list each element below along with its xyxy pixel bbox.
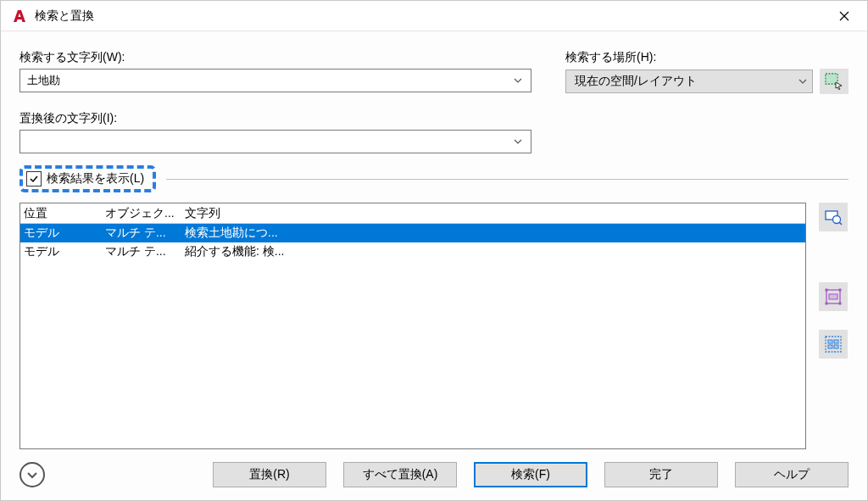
results-area: 位置 オブジェク... 文字列 モデルマルチ テ...検索土地勘につ...モデル…: [19, 203, 849, 449]
close-button[interactable]: [825, 1, 864, 31]
cell-location: モデル: [24, 225, 105, 241]
select-objects-button[interactable]: [820, 69, 849, 94]
find-combobox[interactable]: [19, 69, 531, 92]
show-results-row: 検索結果を表示(L): [19, 165, 849, 192]
header-string[interactable]: 文字列: [185, 206, 805, 221]
find-input[interactable]: [20, 70, 514, 92]
location-label: 検索する場所(H):: [565, 50, 849, 65]
separator-line: [166, 179, 849, 180]
header-location[interactable]: 位置: [24, 206, 105, 221]
replace-label: 置換後の文字列(I):: [19, 111, 531, 126]
show-results-highlight: 検索結果を表示(L): [19, 165, 156, 192]
svg-rect-11: [826, 337, 841, 352]
zoom-to-button[interactable]: [819, 203, 848, 231]
svg-line-4: [839, 222, 842, 225]
table-row[interactable]: モデルマルチ テ...検索土地勘につ...: [20, 224, 805, 242]
cell-location: モデル: [24, 244, 105, 259]
replace-button[interactable]: 置換(R): [213, 462, 326, 487]
replace-combobox[interactable]: [19, 130, 531, 153]
results-header: 位置 オブジェク... 文字列: [20, 203, 805, 224]
titlebar: 検索と置換: [1, 1, 867, 31]
svg-rect-15: [834, 345, 838, 348]
svg-rect-10: [829, 294, 837, 299]
chevron-down-icon: [514, 139, 531, 144]
svg-rect-8: [826, 303, 828, 305]
window-title: 検索と置換: [35, 8, 825, 24]
svg-rect-14: [828, 345, 832, 348]
replace-field-row: 置換後の文字列(I):: [19, 111, 531, 153]
cell-object: マルチ テ...: [105, 244, 185, 259]
replace-input[interactable]: [20, 131, 514, 153]
app-icon: [11, 8, 28, 25]
top-fields: 検索する文字列(W): 検索する場所(H): 現在の空間/レイアウト: [19, 50, 849, 94]
svg-rect-13: [834, 340, 838, 343]
find-button[interactable]: 検索(F): [474, 462, 587, 487]
show-results-label: 検索結果を表示(L): [47, 171, 144, 186]
create-selection-all-button[interactable]: [819, 330, 848, 359]
help-button[interactable]: ヘルプ: [735, 462, 849, 487]
table-row[interactable]: モデルマルチ テ...紹介する機能: 検...: [20, 242, 805, 261]
location-value: 現在の空間/レイアウト: [575, 74, 697, 89]
cell-string: 検索土地勘につ...: [185, 225, 805, 241]
location-dropdown[interactable]: 現在の空間/レイアウト: [565, 70, 813, 93]
options-toggle-button[interactable]: [19, 462, 45, 487]
cell-string: 紹介する機能: 検...: [185, 244, 805, 259]
svg-rect-12: [828, 340, 832, 343]
cell-object: マルチ テ...: [105, 225, 185, 241]
replace-all-button[interactable]: すべて置換(A): [343, 462, 457, 487]
bottom-bar: 置換(R) すべて置換(A) 検索(F) 完了 ヘルプ: [1, 449, 867, 500]
done-button[interactable]: 完了: [604, 462, 718, 487]
show-results-checkbox[interactable]: [26, 171, 42, 186]
button-group: 置換(R) すべて置換(A) 検索(F) 完了 ヘルプ: [213, 462, 849, 487]
svg-rect-9: [839, 303, 842, 305]
chevron-down-icon: [798, 79, 807, 84]
header-object[interactable]: オブジェク...: [105, 206, 185, 221]
svg-rect-6: [826, 289, 828, 292]
results-table[interactable]: 位置 オブジェク... 文字列 モデルマルチ テ...検索土地勘につ...モデル…: [19, 203, 806, 449]
find-label: 検索する文字列(W):: [19, 50, 531, 65]
content-area: 検索する文字列(W): 検索する場所(H): 現在の空間/レイアウト: [1, 31, 867, 449]
svg-rect-7: [839, 289, 842, 292]
svg-point-3: [833, 216, 841, 224]
side-buttons: [818, 203, 849, 449]
chevron-down-icon: [514, 78, 531, 83]
results-body: モデルマルチ テ...検索土地勘につ...モデルマルチ テ...紹介する機能: …: [20, 224, 805, 261]
find-replace-dialog: 検索と置換 検索する文字列(W): 検索する場所(H): 現在の空間/レイ: [0, 0, 868, 501]
create-selection-button[interactable]: [819, 282, 848, 311]
